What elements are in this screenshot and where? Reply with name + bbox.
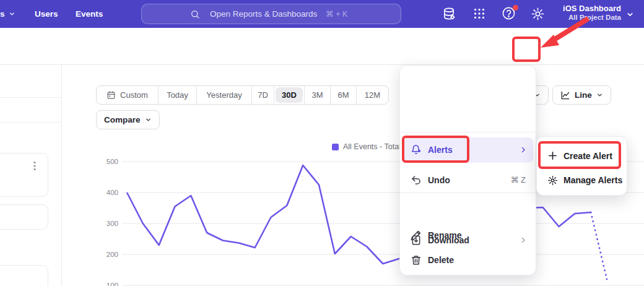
date-range-segmented-control: Custom Today Yesterday 7D 30D 3M 6M 12M [96, 85, 389, 105]
nav-item-truncated[interactable]: s [0, 0, 15, 28]
legend-swatch [332, 144, 339, 150]
gear-icon [547, 175, 558, 186]
search-icon [190, 9, 200, 19]
chevron-down-icon [145, 116, 152, 123]
series-line-dotted-incomplete [591, 212, 607, 279]
sidebar-card[interactable] [0, 204, 48, 230]
search-placeholder: Open Reports & Dashboards [210, 9, 317, 19]
alerts-submenu: Create Alert Manage Alerts [536, 136, 627, 196]
data-source-icon[interactable] [442, 7, 456, 21]
trash-icon [411, 254, 422, 266]
more-options-menu: Refresh Data Data from 1 min ago Undo ⌘ … [399, 65, 536, 275]
search-shortcut: ⌘ + K [326, 9, 347, 19]
y-axis-tick-label: 400 [107, 189, 118, 196]
kebab-menu-icon[interactable] [30, 161, 39, 171]
nav-item-users[interactable]: Users [35, 0, 58, 28]
help-icon[interactable] [502, 6, 518, 22]
legend-label: All Events - Total [343, 142, 401, 151]
range-30d-selected[interactable]: 30D [274, 86, 305, 104]
compare-button[interactable]: Compare [96, 110, 160, 129]
y-axis-tick-label: 200 [107, 251, 118, 258]
range-6m[interactable]: 6M [331, 86, 357, 104]
plus-icon [547, 150, 558, 161]
sidebar-card[interactable] [0, 265, 48, 286]
undo-icon [411, 175, 422, 186]
menu-divider [400, 193, 537, 193]
top-navigation-bar: s Users Events Open Reports & Dashboards… [0, 0, 644, 28]
app-root: 500400300200100 All Events - Total s Use… [0, 0, 644, 286]
chart-legend[interactable]: All Events - Total [332, 142, 401, 151]
y-axis-tick-label: 500 [107, 158, 118, 165]
range-7d[interactable]: 7D [252, 86, 274, 104]
calendar-icon [107, 90, 116, 100]
range-12m[interactable]: 12M [357, 86, 388, 104]
chevron-right-icon [520, 236, 527, 244]
chevron-down-icon [626, 11, 634, 19]
bell-plus-icon [411, 144, 422, 155]
sidebar-row-divider [0, 97, 61, 98]
sidebar-card[interactable] [0, 153, 48, 197]
line-chart-icon [560, 90, 570, 100]
menu-divider [400, 132, 537, 132]
chart-type-button[interactable]: Line [552, 85, 611, 105]
range-yesterday[interactable]: Yesterday [197, 86, 252, 104]
project-scope: All Project Data [560, 13, 621, 22]
menu-item-highlight [404, 137, 533, 163]
range-custom[interactable]: Custom [97, 86, 159, 104]
nav-item-events[interactable]: Events [76, 0, 103, 28]
sidebar-divider [61, 65, 62, 286]
apps-grid-icon[interactable] [472, 7, 486, 20]
range-3m[interactable]: 3M [305, 86, 331, 104]
pencil-icon [411, 230, 422, 241]
chevron-down-icon [9, 11, 15, 17]
project-name: iOS Dashboard [560, 4, 621, 13]
project-switcher[interactable]: iOS Dashboard All Project Data [560, 4, 621, 22]
notification-badge [513, 5, 518, 11]
search-input[interactable]: Open Reports & Dashboards ⌘ + K [141, 4, 401, 24]
chevron-right-icon [520, 146, 527, 154]
menu-item-shortcut: ⌘ Z [510, 175, 526, 184]
sidebar-row-divider [0, 122, 61, 123]
y-axis-tick-label: 100 [107, 282, 118, 286]
chevron-down-icon [596, 92, 603, 98]
range-today[interactable]: Today [159, 86, 197, 104]
y-axis-tick-label: 300 [107, 220, 118, 227]
report-header [0, 28, 644, 65]
settings-gear-icon[interactable] [531, 7, 545, 21]
